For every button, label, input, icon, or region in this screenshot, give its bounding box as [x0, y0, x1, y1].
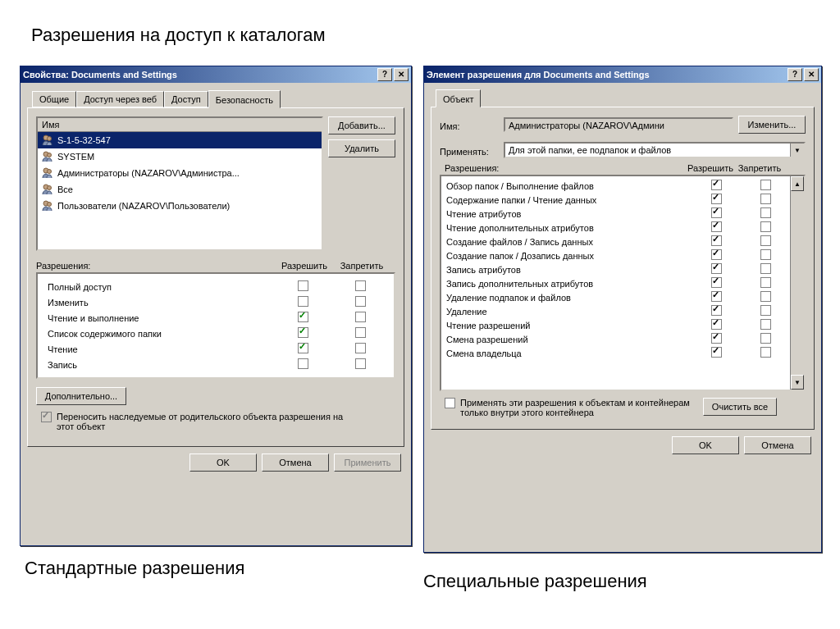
user-row[interactable]: Пользователи (NAZAROV\Пользователи): [38, 198, 322, 214]
deny-checkbox[interactable]: [355, 343, 366, 353]
cancel-button[interactable]: Отмена: [262, 454, 329, 472]
caption-standard: Стандартные разрешения: [25, 558, 244, 579]
advanced-button[interactable]: Дополнительно...: [36, 387, 126, 405]
tab-object[interactable]: Объект: [436, 89, 481, 107]
users-list[interactable]: Имя S-1-5-32-547SYSTEMАдминистраторы (NA…: [36, 116, 323, 251]
deny-checkbox[interactable]: [760, 263, 771, 274]
deny-checkbox[interactable]: [760, 249, 771, 260]
allow-checkbox[interactable]: [711, 249, 722, 260]
deny-checkbox[interactable]: [760, 221, 771, 232]
caption-special: Специальные разрешения: [423, 571, 647, 592]
deny-checkbox[interactable]: [355, 296, 366, 307]
titlebar-text: Элемент разрешения для Documents and Set…: [427, 66, 786, 83]
change-button[interactable]: Изменить...: [738, 116, 806, 134]
permissions-list[interactable]: Обзор папок / Выполнение файловСодержани…: [440, 175, 806, 391]
deny-checkbox[interactable]: [760, 207, 771, 218]
help-button[interactable]: ?: [377, 68, 392, 81]
allow-checkbox[interactable]: [298, 296, 308, 307]
close-button[interactable]: ✕: [394, 68, 409, 81]
permission-name: Чтение атрибутов: [441, 209, 692, 219]
user-icon: [41, 150, 54, 163]
deny-checkbox[interactable]: [355, 358, 366, 369]
user-icon: [41, 199, 54, 212]
user-row[interactable]: Все: [38, 181, 322, 198]
allow-checkbox[interactable]: [711, 291, 722, 302]
deny-checkbox[interactable]: [760, 347, 771, 358]
permission-row: Чтение и выполнение: [43, 310, 389, 326]
allow-checkbox[interactable]: [711, 347, 722, 358]
allow-checkbox[interactable]: [711, 333, 722, 344]
deny-checkbox[interactable]: [760, 291, 771, 302]
deny-checkbox[interactable]: [760, 305, 771, 316]
scroll-track[interactable]: [791, 191, 804, 375]
deny-header: Запретить: [333, 261, 390, 271]
permission-row: Смена владельца: [441, 346, 790, 360]
deny-checkbox[interactable]: [355, 327, 366, 338]
tab-panel: Имя: Администраторы (NAZAROV\Админи Изме…: [431, 107, 815, 430]
tab-sharing[interactable]: Доступ: [164, 91, 208, 107]
user-row[interactable]: SYSTEM: [38, 148, 322, 165]
allow-checkbox[interactable]: [298, 280, 308, 291]
permission-name: Смена разрешений: [441, 335, 692, 344]
permission-name: Смена владельца: [441, 349, 692, 358]
clear-all-button[interactable]: Очистить все: [703, 398, 777, 416]
ok-button[interactable]: OK: [189, 454, 257, 472]
permission-name: Создание файлов / Запись данных: [441, 237, 692, 247]
name-field: Администраторы (NAZAROV\Админи: [504, 117, 733, 132]
deny-checkbox[interactable]: [760, 333, 771, 344]
user-row[interactable]: Администраторы (NAZAROV\Администра...: [38, 165, 322, 181]
help-button[interactable]: ?: [788, 68, 802, 81]
user-row[interactable]: S-1-5-32-547: [38, 132, 322, 148]
allow-checkbox[interactable]: [711, 180, 722, 190]
cancel-button[interactable]: Отмена: [744, 436, 811, 454]
permission-row: Чтение: [43, 341, 389, 357]
chevron-down-icon[interactable]: [790, 144, 804, 157]
allow-checkbox[interactable]: [711, 235, 722, 246]
tab-general[interactable]: Общие: [32, 91, 76, 107]
titlebar[interactable]: Свойства: Documents and Settings ? ✕: [21, 66, 411, 83]
inherit-checkbox[interactable]: [41, 412, 52, 422]
allow-checkbox[interactable]: [298, 312, 308, 322]
deny-checkbox[interactable]: [760, 277, 771, 288]
deny-checkbox[interactable]: [760, 319, 771, 330]
permission-name: Чтение дополнительных атрибутов: [441, 223, 692, 233]
titlebar[interactable]: Элемент разрешения для Documents and Set…: [424, 66, 821, 83]
deny-checkbox[interactable]: [760, 194, 771, 204]
permission-name: Удаление: [441, 307, 692, 317]
scroll-down-icon[interactable]: ▼: [791, 375, 804, 390]
tab-web[interactable]: Доступ через веб: [76, 91, 164, 107]
allow-checkbox[interactable]: [711, 319, 722, 330]
permission-name: Список содержимого папки: [43, 329, 274, 339]
deny-checkbox[interactable]: [355, 312, 366, 322]
permission-row: Чтение разрешений: [441, 318, 790, 332]
titlebar-text: Свойства: Documents and Settings: [23, 66, 376, 83]
add-button[interactable]: Добавить...: [328, 116, 395, 134]
user-name: Пользователи (NAZAROV\Пользователи): [57, 201, 230, 211]
remove-button[interactable]: Удалить: [328, 139, 395, 157]
ok-button[interactable]: OK: [672, 436, 739, 454]
allow-checkbox[interactable]: [711, 194, 722, 204]
permissions-box: Полный доступИзменитьЧтение и выполнение…: [36, 272, 395, 379]
allow-checkbox[interactable]: [711, 221, 722, 232]
allow-checkbox[interactable]: [711, 305, 722, 316]
allow-checkbox[interactable]: [298, 327, 308, 338]
svg-point-3: [48, 153, 52, 157]
allow-checkbox[interactable]: [711, 207, 722, 218]
allow-checkbox[interactable]: [711, 277, 722, 288]
allow-checkbox[interactable]: [298, 358, 308, 369]
permission-name: Запись атрибутов: [441, 265, 692, 275]
applyto-combo[interactable]: Для этой папки, ее подпапок и файлов: [504, 142, 806, 158]
window-permission-entry: Элемент разрешения для Documents and Set…: [423, 66, 822, 553]
name-label: Имя:: [440, 119, 499, 131]
deny-checkbox[interactable]: [355, 280, 366, 291]
apply-button[interactable]: Применить: [334, 454, 401, 472]
deny-checkbox[interactable]: [760, 180, 771, 190]
allow-checkbox[interactable]: [711, 263, 722, 274]
allow-checkbox[interactable]: [298, 343, 308, 353]
tab-security[interactable]: Безопасность: [208, 90, 281, 108]
scrollbar[interactable]: ▲ ▼: [790, 176, 804, 390]
scroll-up-icon[interactable]: ▲: [791, 176, 804, 191]
close-button[interactable]: ✕: [804, 68, 819, 81]
scope-checkbox[interactable]: [445, 398, 455, 408]
deny-checkbox[interactable]: [760, 235, 771, 246]
